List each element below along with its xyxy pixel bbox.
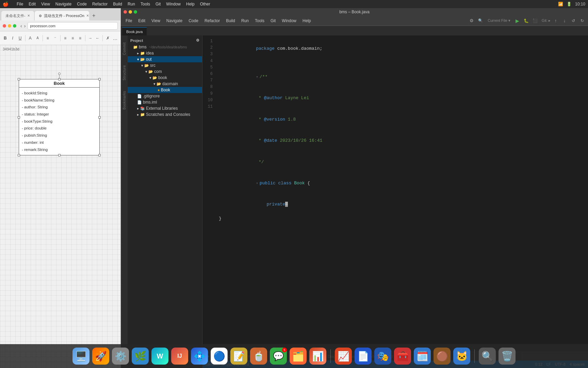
ide-tab-book-java[interactable]: Book.java [122, 27, 147, 35]
dock-intellij[interactable]: IJ [171, 348, 188, 365]
ide-menu-window[interactable]: Window [279, 18, 299, 24]
browser-tab-2[interactable]: ⚙ 流动当文件 - ProcessOn × [35, 11, 89, 20]
tree-item-book-class[interactable]: ● Book [128, 87, 202, 93]
toolbar-bold[interactable]: B [2, 34, 9, 42]
handle-mr[interactable] [98, 116, 101, 119]
diagram-canvas[interactable]: 34941b3d Book - bookId:String - bookName… [0, 45, 120, 368]
toolbar-align-center[interactable]: ≡ [69, 34, 76, 42]
ide-git-push[interactable]: ↑ [552, 17, 559, 25]
toolbar-fontsize[interactable]: A [27, 34, 33, 42]
toolbar-extra[interactable]: … [112, 34, 118, 42]
handle-br[interactable] [98, 154, 101, 156]
tree-item-out[interactable]: ▾ 📂 out [128, 56, 202, 62]
back-button[interactable]: ‹ [20, 23, 22, 29]
menu-item-code[interactable]: Code [77, 2, 87, 6]
forward-button[interactable]: › [24, 23, 26, 29]
tree-item-book[interactable]: ▾ 📂 book [128, 75, 202, 81]
ide-settings-btn[interactable]: ⚙ [468, 17, 475, 25]
tree-item-gitignore[interactable]: 📄 .gitignore [128, 93, 202, 99]
handle-tl[interactable] [18, 78, 20, 80]
tab2-close[interactable]: × [86, 13, 89, 18]
apple-menu[interactable]: 🍎 [3, 1, 9, 7]
tree-item-external-libs[interactable]: ▸ 📚 External Libraries [128, 105, 202, 111]
dock-app6[interactable]: 🟤 [434, 348, 451, 365]
menu-item-git[interactable]: Git [156, 2, 161, 6]
browser-tab-1[interactable]: 未命名文件- × [1, 11, 34, 20]
commit-label[interactable]: Commit [122, 42, 126, 55]
ide-debug-btn[interactable]: 🐛 [523, 17, 530, 25]
dock-processon[interactable]: 🗂️ [290, 348, 307, 365]
uml-class-box[interactable]: Book - bookId:String - bookName:String -… [19, 79, 100, 155]
dock-app7[interactable]: 🐱 [453, 348, 470, 365]
dock-vscode[interactable]: 💠 [191, 348, 208, 365]
ide-menu-code[interactable]: Code [186, 18, 201, 24]
menu-item-build[interactable]: Build [113, 2, 122, 6]
ide-stop-btn[interactable]: ⬛ [532, 17, 539, 25]
dock-launchpad[interactable]: 🚀 [92, 348, 109, 365]
tree-item-src[interactable]: ▾ 📂 src [128, 62, 202, 68]
ide-menu-view[interactable]: View [149, 18, 163, 24]
handle-tr[interactable] [98, 78, 101, 80]
ide-menu-build[interactable]: Build [223, 18, 238, 24]
ide-close[interactable] [124, 10, 127, 14]
dock-ps[interactable]: 🎭 [374, 348, 391, 365]
toolbar-italic[interactable]: I [10, 34, 16, 42]
dock-trash[interactable]: 🗑️ [499, 348, 516, 365]
handle-bl[interactable] [18, 154, 20, 156]
fullscreen-window-btn[interactable] [13, 24, 16, 28]
dock-webstorm[interactable]: W [151, 348, 168, 365]
ide-menu-git[interactable]: Git [268, 18, 278, 24]
toolbar-fontsize-small[interactable]: A [34, 34, 41, 42]
minimize-window-btn[interactable] [8, 24, 11, 28]
toolbar-underline[interactable]: U [17, 34, 23, 42]
dock-app2[interactable]: 🍵 [250, 348, 267, 365]
tree-settings-icon[interactable]: ⚙ [196, 38, 199, 43]
menu-item-window[interactable]: Window [166, 2, 181, 6]
toolbar-indent-in[interactable]: → [87, 34, 94, 42]
menu-item-tools[interactable]: Tools [141, 2, 150, 6]
handle-ml[interactable] [18, 116, 20, 119]
dock-app5[interactable]: 🗓️ [414, 348, 431, 365]
dock-app4[interactable]: 🧰 [394, 348, 411, 365]
ide-undo[interactable]: ↺ [570, 17, 577, 25]
dock-chrome[interactable]: 🔵 [211, 348, 228, 365]
dock-word[interactable]: 📄 [355, 348, 372, 365]
bookmarks-label[interactable]: Bookmarks [122, 91, 126, 110]
tree-item-bms[interactable]: 📁 bms ~/dev/tools/idea/dea/bms [128, 44, 202, 50]
toolbar-clear[interactable]: ✗ [104, 34, 111, 42]
ide-search-everywhere[interactable]: 🔍 [477, 17, 484, 25]
ide-menu-help[interactable]: Help [300, 18, 314, 24]
menu-item-edit[interactable]: Edit [29, 2, 36, 6]
dock-ppt[interactable]: 📈 [335, 348, 352, 365]
menu-item-file[interactable]: File [17, 2, 23, 6]
toolbar-align-left[interactable]: ≡ [62, 34, 68, 42]
toolbar-list-ordered[interactable]: ≡ [45, 34, 51, 42]
ide-run-btn[interactable]: ▶ [514, 17, 521, 25]
dock-sysprefs[interactable]: ⚙️ [112, 348, 129, 365]
ide-menu-tools[interactable]: Tools [252, 18, 267, 24]
handle-rotate[interactable] [58, 73, 61, 75]
menu-item-help[interactable]: Help [186, 2, 195, 6]
ide-git-pull[interactable]: ↓ [561, 17, 568, 25]
ide-menu-refactor[interactable]: Refactor [202, 18, 223, 24]
tree-item-com[interactable]: ▾ 📂 com [128, 68, 202, 75]
new-tab-button[interactable]: + [90, 12, 98, 20]
menu-item-refactor[interactable]: Refactor [92, 2, 108, 6]
dock-search[interactable]: 🔍 [479, 348, 496, 365]
dock-app3[interactable]: 📊 [309, 348, 326, 365]
structure-label[interactable]: Structure [122, 65, 126, 80]
ide-minimize[interactable] [129, 10, 132, 14]
tree-item-scratches[interactable]: ▸ 📁 Scratches and Consoles [128, 111, 202, 118]
menu-item-other[interactable]: Other [200, 2, 210, 6]
toolbar-indent-out[interactable]: ← [95, 34, 101, 42]
ide-menu-navigate[interactable]: Navigate [164, 18, 185, 24]
menu-item-run[interactable]: Run [128, 2, 135, 6]
handle-bm[interactable] [58, 154, 61, 156]
close-window-btn[interactable] [3, 24, 6, 28]
dock-wechat[interactable]: 💬 5 [270, 348, 287, 365]
ide-fullscreen[interactable] [134, 10, 137, 14]
code-editor[interactable]: 1 2 3 4 5 6 7 8 9 10 11 package [202, 35, 588, 368]
ide-menu-file[interactable]: File [123, 18, 135, 24]
menu-item-view[interactable]: View [41, 2, 50, 6]
tree-item-idea[interactable]: ▸ 📁 idea [128, 50, 202, 56]
